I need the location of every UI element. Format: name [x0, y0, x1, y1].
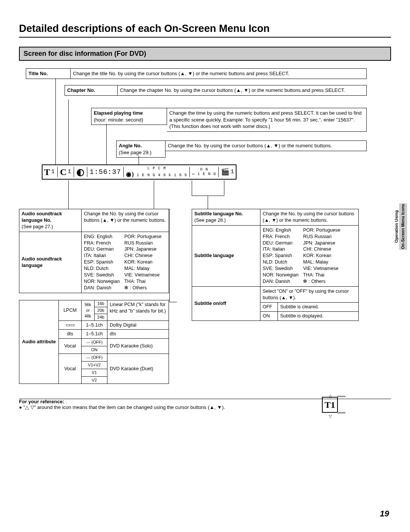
- audio-icon: ◉): [126, 171, 134, 177]
- reference-title-icon: T1: [322, 397, 338, 413]
- subtitle-box-icon: ▭: [192, 172, 195, 176]
- angle-desc: Change the No. by using the cursor butto…: [166, 140, 367, 151]
- audio-language-list: ENG: EnglishFRA: FrenchDEU: GermanITA: I…: [84, 234, 166, 291]
- title-icon: T: [44, 166, 50, 178]
- subtitle-no-desc: Change the No. by using the cursor butto…: [260, 209, 358, 225]
- elapsed-label: Elapsed playing time(hour: minute: secon…: [91, 108, 167, 125]
- audio-no-label: Audio soundtrack language No.(See page 2…: [19, 209, 82, 232]
- chapter-no-label: Chapter No.: [65, 85, 118, 96]
- chapter-no-desc: Change the chapter No. by using the curs…: [118, 85, 367, 96]
- subtitle-lang-label: Subtitle language: [192, 226, 260, 286]
- audio-no-desc: Change the No. by using the cursor butto…: [82, 209, 169, 232]
- audio-lang-label: Audio soundtrack language: [19, 232, 82, 293]
- subtitle-icon: 🎬: [221, 167, 230, 177]
- subtitle-onoff-desc: Select "ON" or "OFF" by using the cursor…: [260, 287, 358, 303]
- elapsed-desc: Change the time by using the numeric but…: [167, 108, 367, 132]
- title-no-label: Title No.: [26, 68, 71, 79]
- subtitle-language-list: ENG: EnglishFRA: FrenchDEU: GermanITA: I…: [263, 227, 356, 285]
- title-no-desc: Change the title No. by using the cursor…: [71, 68, 367, 79]
- page-number: 19: [380, 509, 389, 519]
- page-title: Detailed descriptions of each On-Screen …: [19, 23, 391, 38]
- angle-label: Angle No.(See page 29.): [116, 140, 166, 158]
- section-title: Screen for disc information (For DVD): [19, 47, 391, 61]
- osd-bar: T1 C1 ◐ 1:56:37 L P C M ◉) 1 E N G 4 8 k…: [42, 164, 237, 180]
- audio-attribute-table: Audio attribute LPCM 96k or 48k 16b 20b: [19, 300, 169, 384]
- triangle-down-icon: ▽: [329, 414, 332, 419]
- subtitle-no-label: Subtitle language No.(See page 28.): [192, 209, 260, 225]
- angle-icon: ◐: [76, 166, 85, 178]
- footnote: For your reference: ● "△ ▽" around the i…: [19, 399, 285, 410]
- side-tab: Operation Using On-Screen Menu Icons: [394, 203, 407, 250]
- chapter-icon: C: [60, 166, 67, 178]
- osd-time: 1:56:37: [90, 167, 121, 177]
- subtitle-onoff-label: Subtitle on/off: [192, 287, 260, 321]
